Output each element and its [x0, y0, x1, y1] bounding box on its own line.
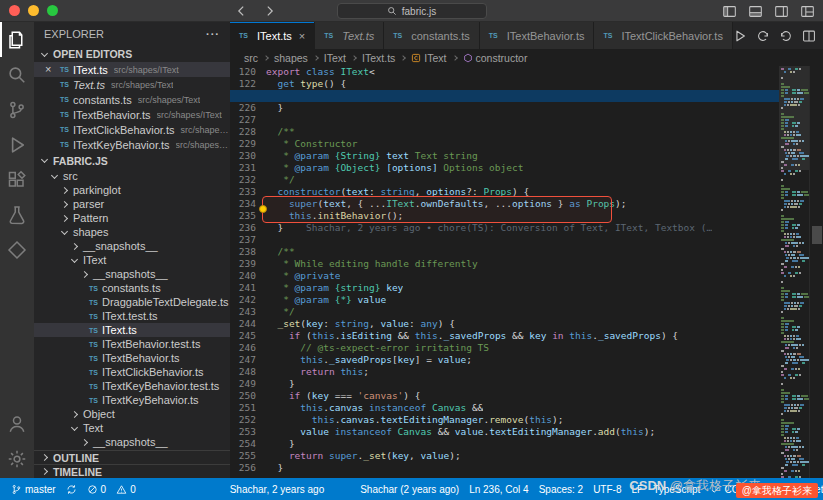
- status-ln-236-col-4[interactable]: Ln 236, Col 4: [464, 484, 534, 495]
- status-shachar-2-years-ago[interactable]: Shachar, 2 years ago: [225, 484, 330, 495]
- toggle-secondary-sidebar-icon[interactable]: [774, 4, 789, 19]
- tab-IText.ts[interactable]: TSIText.ts×: [230, 22, 315, 49]
- open-editor-item[interactable]: TSITextBehavior.tssrc/shapes/IText: [34, 107, 230, 122]
- activity-explorer[interactable]: [0, 22, 34, 57]
- open-editors-header[interactable]: OPEN EDITORS: [34, 46, 230, 62]
- tab-Text.ts[interactable]: TSText.ts: [315, 22, 384, 49]
- code-line-229[interactable]: 229 * Constructor: [230, 138, 779, 150]
- activity-account[interactable]: [0, 406, 34, 441]
- code-line-233[interactable]: 233 constructor(text: string, options?: …: [230, 186, 779, 198]
- tree-item-ITextClickBehavior.ts[interactable]: TSITextClickBehavior.ts: [34, 365, 230, 379]
- tree-item-IText.ts[interactable]: TSIText.ts: [34, 323, 230, 337]
- nav-back-icon[interactable]: [756, 29, 770, 43]
- open-editor-item[interactable]: ×TSIText.tssrc/shapes/IText: [34, 62, 230, 77]
- tree-item-Text[interactable]: Text: [34, 421, 230, 435]
- tree-item-src[interactable]: src: [34, 169, 230, 183]
- open-editor-item[interactable]: TSITextKeyBehavior.tssrc/shapes/IText: [34, 137, 230, 152]
- open-editor-item[interactable]: TSText.tssrc/shapes/Text: [34, 77, 230, 92]
- status-0[interactable]: 0: [111, 484, 141, 495]
- tab-constants.ts[interactable]: TSconstants.ts: [384, 22, 480, 49]
- editor-scrollbar[interactable]: [809, 66, 823, 478]
- tree-item-__snapshots__[interactable]: __snapshots__: [34, 239, 230, 253]
- code-line-122[interactable]: 122 get type() {: [230, 78, 779, 90]
- code-line-226[interactable]: 226 }: [230, 102, 779, 114]
- minimize-window-button[interactable]: [28, 5, 39, 16]
- code-line-240[interactable]: 240 * @private: [230, 270, 779, 282]
- activity-settings[interactable]: [0, 441, 34, 476]
- code-line-246[interactable]: 246 // @ts-expect-error irritating TS: [230, 342, 779, 354]
- close-editor-icon[interactable]: ×: [45, 62, 51, 77]
- code-line[interactable]: [230, 90, 779, 102]
- close-tab-icon[interactable]: ×: [299, 30, 305, 42]
- code-line-255[interactable]: 255 return super._set(key, value);: [230, 450, 779, 462]
- tree-item-constants.ts[interactable]: TSconstants.ts: [34, 281, 230, 295]
- status-master[interactable]: master: [6, 484, 61, 495]
- tree-item-parser[interactable]: parser: [34, 197, 230, 211]
- toggle-panel-icon[interactable]: [748, 4, 763, 19]
- open-editor-item[interactable]: TSITextClickBehavior.tssrc/shapes/IText: [34, 122, 230, 137]
- tree-item-parkinglot[interactable]: parkinglot: [34, 183, 230, 197]
- breadcrumb-item[interactable]: IText: [411, 52, 446, 64]
- scrollbar-thumb[interactable]: [812, 226, 822, 244]
- tree-item-IText[interactable]: IText: [34, 253, 230, 267]
- tree-item-__snapshots__[interactable]: __snapshots__: [34, 267, 230, 281]
- close-window-button[interactable]: [9, 5, 20, 16]
- run-icon[interactable]: [733, 29, 747, 43]
- code-line-245[interactable]: 245 if (this.isEditing && this._savedPro…: [230, 330, 779, 342]
- activity-run-debug[interactable]: [0, 127, 34, 162]
- code-line-238[interactable]: 238 /**: [230, 246, 779, 258]
- tree-item-__snapshots__[interactable]: __snapshots__: [34, 435, 230, 449]
- code-line-254[interactable]: 254 }: [230, 438, 779, 450]
- activity-codegeex[interactable]: [0, 232, 34, 267]
- tree-item-Pattern[interactable]: Pattern: [34, 211, 230, 225]
- breadcrumb-item[interactable]: IText.ts: [362, 52, 395, 64]
- code-line-243[interactable]: 243 */: [230, 306, 779, 318]
- activity-testing[interactable]: [0, 197, 34, 232]
- minimap[interactable]: [779, 66, 809, 478]
- tab-ITextBehavior.ts[interactable]: TSITextBehavior.ts: [480, 22, 595, 49]
- breadcrumb-item[interactable]: IText: [324, 52, 346, 64]
- open-editor-item[interactable]: TSconstants.tssrc/shapes/Text: [34, 92, 230, 107]
- code-line-237[interactable]: 237: [230, 234, 779, 246]
- zoom-window-button[interactable]: [47, 5, 58, 16]
- code-line-252[interactable]: 252 this.canvas.textEditingManager.remov…: [230, 414, 779, 426]
- code-line-228[interactable]: 228 /**: [230, 126, 779, 138]
- code-line-248[interactable]: 248 return this;: [230, 366, 779, 378]
- code-line-241[interactable]: 241 * @param {string} key: [230, 282, 779, 294]
- toggle-sidebar-icon[interactable]: [722, 4, 737, 19]
- code-line-247[interactable]: 247 this._savedProps[key] = value;: [230, 354, 779, 366]
- status-sync[interactable]: [61, 484, 82, 495]
- code-line-231[interactable]: 231 * @param {Object} [options] Options …: [230, 162, 779, 174]
- split-editor-icon[interactable]: [802, 29, 816, 43]
- activity-search[interactable]: [0, 57, 34, 92]
- tab-ITextClickBehavior.ts[interactable]: TSITextClickBehavior.ts: [594, 22, 732, 49]
- sidebar-more-actions-icon[interactable]: ···: [206, 28, 220, 40]
- status-spaces-2[interactable]: Spaces: 2: [534, 484, 588, 495]
- code-line-256[interactable]: 256 }: [230, 462, 779, 474]
- code-line-232[interactable]: 232 */: [230, 174, 779, 186]
- code-line-249[interactable]: 249 }: [230, 378, 779, 390]
- code-line-239[interactable]: 239 * While editing handle differently: [230, 258, 779, 270]
- code-line-251[interactable]: 251 this.canvas instanceof Canvas &&: [230, 402, 779, 414]
- timeline-section-header[interactable]: TIMELINE: [34, 464, 230, 478]
- tree-item-ITextBehavior.test.ts[interactable]: TSITextBehavior.test.ts: [34, 337, 230, 351]
- back-icon[interactable]: [234, 4, 248, 18]
- breadcrumb-item[interactable]: src: [244, 52, 258, 64]
- code-line-236[interactable]: 236 } Shachar, 2 years ago • chore(TS): …: [230, 222, 779, 234]
- tree-item-shapes[interactable]: shapes: [34, 225, 230, 239]
- tree-item-ITextBehavior.ts[interactable]: TSITextBehavior.ts: [34, 351, 230, 365]
- status-0[interactable]: 0: [82, 484, 112, 495]
- tree-item-ITextKeyBehavior.test.ts[interactable]: TSITextKeyBehavior.test.ts: [34, 379, 230, 393]
- status-shachar-2-years-ago[interactable]: Shachar (2 years ago): [355, 484, 464, 495]
- code-line-235[interactable]: 235 this.initBehavior();: [230, 210, 779, 222]
- lightbulb-icon[interactable]: [259, 205, 267, 213]
- code-line-242[interactable]: 242 * @param {*} value: [230, 294, 779, 306]
- tree-item-DraggableTextDelegate.ts[interactable]: TSDraggableTextDelegate.ts: [34, 295, 230, 309]
- code-line-120[interactable]: 120export class IText<: [230, 66, 779, 78]
- code-line-253[interactable]: 253 value instanceof Canvas && value.tex…: [230, 426, 779, 438]
- code-line-234[interactable]: 234 super(text, { ...IText.ownDefaults, …: [230, 198, 779, 210]
- tree-item-ITextKeyBehavior.ts[interactable]: TSITextKeyBehavior.ts: [34, 393, 230, 407]
- breadcrumb-item[interactable]: shapes: [274, 52, 308, 64]
- code-line-250[interactable]: 250 if (key === 'canvas') {: [230, 390, 779, 402]
- project-section-header[interactable]: FABRIC.JS: [34, 152, 230, 169]
